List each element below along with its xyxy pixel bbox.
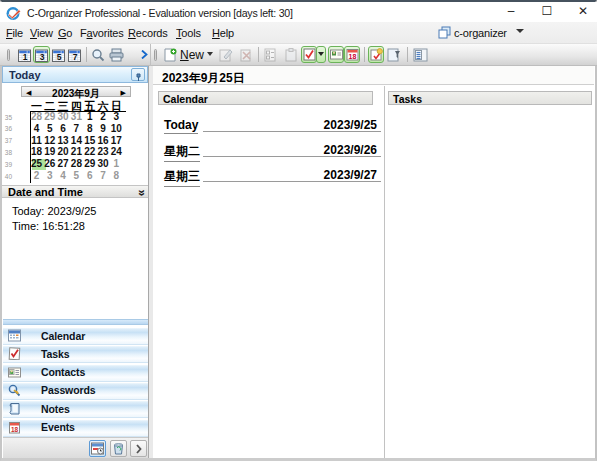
svg-text:7: 7 bbox=[73, 52, 78, 62]
svg-text:5: 5 bbox=[57, 52, 62, 62]
svg-text:18: 18 bbox=[11, 425, 19, 432]
svg-text:3: 3 bbox=[40, 52, 45, 62]
svg-text:1: 1 bbox=[23, 52, 28, 62]
svg-text:18: 18 bbox=[349, 53, 357, 60]
